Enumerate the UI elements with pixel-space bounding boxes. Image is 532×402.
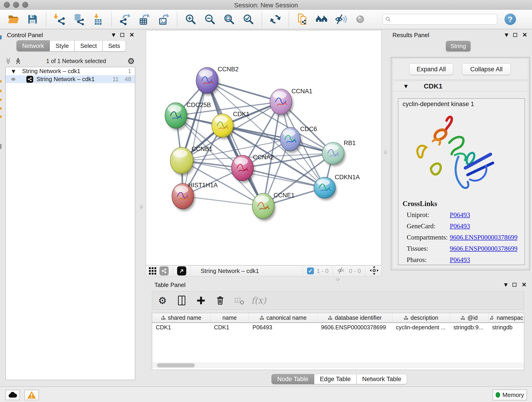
cybrowser-home-icon[interactable] [315,13,328,26]
table-row[interactable]: CDK1 CDK1 P06493 9606.ENSP00000378699 cy… [152,323,524,332]
collapse-all-networks-icon[interactable]: ≪ [14,57,22,64]
zoom-fit-icon[interactable] [223,13,235,26]
table-horizontal-scrollbar[interactable] [152,362,524,368]
detach-view-icon[interactable] [177,266,186,275]
crosslink-compartments-link[interactable]: 9606.ENSP00000378699 [450,234,518,241]
network-node-CDKN1A[interactable] [314,177,337,200]
network-node-CCNA1[interactable] [270,89,293,117]
column-header[interactable]: shared name [152,313,210,323]
titlebar: Session: New Session [0,0,532,10]
import-network-file-icon[interactable] [53,13,66,26]
crosslink-pharos-link[interactable]: P06493 [450,256,470,264]
control-panel-close-icon[interactable]: ✕ [129,33,134,37]
network-canvas[interactable]: CCNB2CCNA1CDC25BCDK1CDC6RB1CCNB1CCNA2CDK… [146,30,381,265]
show-columns-icon[interactable] [176,295,187,306]
import-table-icon[interactable] [92,13,104,26]
crosslink-tissues-link[interactable]: 9606.ENSP00000378699 [450,245,518,252]
network-node-RB1[interactable] [322,142,346,166]
cell-description[interactable]: cyclin-dependent ... [392,323,450,332]
warning-icon [27,391,36,399]
tab-edge-table[interactable]: Edge Table [314,374,356,384]
save-session-button[interactable] [26,13,39,26]
selected-items-checkbox[interactable]: ✓ [307,268,314,274]
right-vertical-splitter-handle[interactable] [384,150,387,154]
network-node-CDC25B[interactable] [165,103,188,130]
column-header[interactable]: database identifier [317,313,392,323]
network-node-CCNA2[interactable] [231,155,255,183]
protein-card-collapse-icon[interactable]: ▼ [404,83,408,89]
network-edge-CCNB2-HIST1H1A[interactable] [183,80,207,196]
tab-string[interactable]: String [446,41,471,51]
expand-all-networks-icon[interactable]: ≫ [5,57,12,64]
results-panel-close-icon[interactable]: ✕ [522,33,527,37]
network-node-CCNE1[interactable] [252,193,276,221]
expand-all-button[interactable]: Expand All [409,64,453,75]
column-tree-icon [404,316,408,320]
crosslink-genecard-link[interactable]: P06493 [450,222,470,230]
delete-table-icon[interactable] [234,295,245,306]
birdseye-navigator-icon[interactable] [369,266,379,276]
network-row[interactable]: String Network – cdk1 11 48 [6,75,135,83]
cloud-status-button[interactable] [5,390,20,400]
results-panel-collapse-icon[interactable]: ▼ [505,32,508,38]
column-header[interactable]: @id [450,313,488,323]
cell-shared-name[interactable]: CDK1 [152,323,210,332]
cell-canonical-name[interactable]: P06493 [249,323,317,332]
cell-id[interactable]: stringdb:9... [450,323,488,332]
cell-namespace[interactable]: stringdb [488,323,524,332]
cell-name[interactable]: CDK1 [210,323,249,332]
hide-panels-eye-slash-icon[interactable] [335,13,347,26]
column-header[interactable]: canonical name [249,313,317,323]
column-header[interactable]: name [210,313,249,323]
table-panel-close-icon[interactable]: ✕ [521,283,526,287]
refresh-icon[interactable] [269,13,282,26]
zoom-selected-icon[interactable] [242,13,255,26]
function-builder-icon[interactable]: f(x) [253,295,264,306]
collapse-all-button[interactable]: Collapse All [462,64,511,75]
zoom-in-icon[interactable] [184,13,197,26]
grid-view-icon[interactable] [148,266,157,275]
crosslink-uniprot-link[interactable]: P06493 [450,211,470,219]
table-panel-collapse-icon[interactable]: ▼ [504,282,507,287]
network-node-CDK1[interactable] [212,114,234,139]
export-network-icon[interactable] [119,13,132,26]
tab-style[interactable]: Style [50,40,75,51]
results-panel-maximize-icon[interactable] [513,33,517,37]
table-panel-maximize-icon[interactable] [513,283,516,287]
show-panels-eye-icon[interactable] [354,13,367,26]
column-header[interactable]: namespac [488,313,524,323]
warnings-button[interactable] [24,390,39,400]
help-button[interactable]: ? [505,13,516,25]
left-vertical-splitter-handle[interactable] [140,205,143,209]
control-panel-maximize-icon[interactable] [120,33,124,37]
network-view-share-icon[interactable] [159,266,169,275]
import-network-database-icon[interactable] [72,13,85,26]
share-session-icon[interactable] [296,13,309,26]
column-header[interactable]: description [392,313,450,323]
search-input[interactable] [393,16,495,23]
collection-expand-icon[interactable]: ▼ [12,69,15,74]
cell-database-identifier[interactable]: 9606.ENSP00000378699 [317,323,392,332]
network-node-CDC6[interactable] [280,127,302,153]
network-collection-row[interactable]: ▼ String Network – cdk1 1 [6,67,135,75]
zoom-out-icon[interactable] [203,13,216,26]
network-options-gear-icon[interactable]: ⚙ [127,56,135,66]
add-column-icon[interactable] [195,295,207,306]
delete-column-trash-icon[interactable] [215,295,226,306]
tab-network[interactable]: Network [17,40,50,51]
export-image-icon[interactable] [157,13,170,26]
protein-card-header[interactable]: ▼ CDK1 [393,81,528,91]
tab-node-table[interactable]: Node Table [272,374,314,384]
export-table-icon[interactable] [138,13,151,26]
search-box[interactable] [383,14,497,25]
network-node-label-RB1: RB1 [344,140,356,147]
table-options-gear-icon[interactable]: ⚙ [157,295,168,306]
network-node-CCNB2[interactable] [196,67,220,96]
control-panel-collapse-icon[interactable]: ▼ [112,32,115,38]
tab-network-table[interactable]: Network Table [356,374,407,384]
open-session-button[interactable] [7,13,20,26]
memory-button[interactable]: Memory [493,389,527,400]
tab-select[interactable]: Select [75,40,102,51]
tab-sets[interactable]: Sets [102,40,126,51]
scrollbar-thumb[interactable] [157,363,195,367]
